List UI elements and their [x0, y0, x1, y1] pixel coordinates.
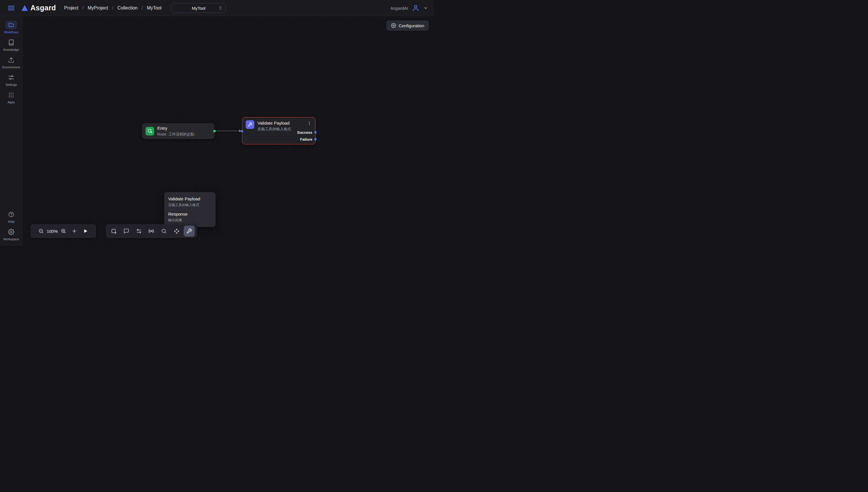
zoom-in-button[interactable]	[58, 226, 69, 237]
popup-item-title: Validate Payload	[168, 196, 212, 202]
zoom-out-button[interactable]	[35, 226, 47, 237]
account-name: AsgardAI	[390, 6, 408, 10]
folder-icon	[5, 21, 17, 29]
account-area: AsgardAI	[390, 0, 428, 16]
popup-item-response[interactable]: Response 輸出回應	[168, 210, 212, 224]
entry-node-texts: Entry Node: 工作流程的起點	[157, 125, 194, 137]
breadcrumb-myproject[interactable]: MyProject	[88, 5, 108, 10]
gear-icon	[391, 23, 396, 28]
node-validate-payload[interactable]: Validate Payload 定義工具的輸入格式 Success Failu…	[242, 117, 316, 144]
validate-input-handle[interactable]	[241, 130, 243, 132]
sidebar-item-settings[interactable]: Settings	[5, 73, 17, 87]
broadcast-icon[interactable]	[146, 226, 157, 237]
sidebar-item-label: Settings	[5, 83, 17, 87]
edge-entry-to-validate[interactable]	[213, 128, 243, 134]
sidebar-item-label: Help	[8, 220, 15, 223]
wrench-tool-icon[interactable]	[184, 226, 195, 237]
hamburger-menu-button[interactable]	[7, 4, 15, 12]
sidebar-item-label: Workflows	[4, 30, 19, 34]
grid-dots-icon	[5, 91, 17, 99]
sidebar-item-label: Knowledge	[3, 48, 19, 51]
chevron-down-icon[interactable]	[423, 5, 428, 10]
sliders-icon	[5, 73, 17, 82]
zoom-toolbar: 100%	[30, 224, 96, 238]
output-label-failure: Failure	[297, 136, 312, 143]
popup-item-subtitle: 定義工具的輸入格式	[168, 202, 212, 207]
validate-node-title: Validate Payload	[257, 120, 304, 126]
gear-icon	[5, 228, 17, 236]
wrench-icon	[246, 120, 254, 129]
add-node-icon[interactable]	[108, 226, 119, 237]
validate-node-texts: Validate Payload 定義工具的輸入格式	[257, 120, 304, 132]
validate-success-handle[interactable]	[314, 131, 317, 133]
run-button[interactable]	[80, 226, 91, 237]
validate-failure-handle[interactable]	[314, 138, 317, 140]
tool-select-dropdown[interactable]: MyTool	[171, 3, 226, 13]
sidebar-item-label: Apps	[7, 100, 15, 104]
swap-arrows-icon[interactable]	[133, 226, 144, 237]
breadcrumb: Project / MyProject / Collection / MyToo…	[64, 5, 161, 10]
topbar: Asgard Project / MyProject / Collection …	[0, 0, 434, 16]
tool-select-value: MyTool	[192, 6, 205, 10]
entry-node-subtitle: Node: 工作流程的起點	[157, 132, 194, 137]
configuration-button[interactable]: Configuration	[386, 20, 429, 31]
sidebar-item-workflows[interactable]: Workflows	[4, 21, 19, 34]
chevrons-up-down-icon	[218, 6, 223, 10]
node-picker-popup: Validate Payload 定義工具的輸入格式 Response 輸出回應	[164, 192, 216, 227]
zoom-level: 100%	[47, 229, 58, 233]
breadcrumb-project[interactable]: Project	[64, 5, 78, 10]
validate-node-subtitle: 定義工具的輸入格式	[257, 127, 304, 132]
sidebar: Workflows Knowledge Environment Settings…	[0, 16, 23, 246]
workflow-canvas[interactable]: Configuration Entry Node: 工作流程的起點 Valida…	[23, 16, 434, 246]
sidebar-item-environment[interactable]: Environment	[2, 56, 20, 69]
breadcrumb-collection[interactable]: Collection	[117, 5, 138, 10]
entry-node-title: Entry	[157, 125, 194, 131]
kebab-menu-button[interactable]	[307, 121, 312, 126]
sidebar-item-label: Environment	[2, 66, 20, 69]
sidebar-item-apps[interactable]: Apps	[5, 91, 17, 104]
entry-output-handle[interactable]	[213, 130, 216, 132]
breadcrumb-separator: /	[142, 5, 143, 10]
popup-item-validate-payload[interactable]: Validate Payload 定義工具的輸入格式	[168, 195, 212, 208]
popup-item-title: Response	[168, 211, 212, 217]
upload-icon	[5, 56, 17, 64]
comment-icon[interactable]	[121, 226, 132, 237]
sidebar-item-knowledge[interactable]: Knowledge	[3, 38, 19, 51]
node-entry[interactable]: Entry Node: 工作流程的起點	[142, 123, 215, 139]
breadcrumb-mytool[interactable]: MyTool	[147, 5, 162, 10]
tools-toolbar	[106, 224, 197, 238]
validate-node-outputs: Success Failure	[297, 129, 312, 143]
user-avatar-icon[interactable]	[412, 4, 419, 12]
add-button[interactable]	[69, 226, 80, 237]
output-label-success: Success	[297, 129, 312, 136]
breadcrumb-separator: /	[82, 5, 83, 10]
fit-view-icon[interactable]	[171, 226, 182, 237]
popup-item-subtitle: 輸出回應	[168, 218, 212, 223]
configuration-label: Configuration	[399, 23, 424, 28]
logo-triangle-icon	[21, 5, 28, 11]
breadcrumb-separator: /	[112, 5, 114, 10]
sidebar-item-workspace[interactable]: Workspace	[3, 228, 19, 241]
app-logo: Asgard	[21, 4, 56, 12]
search-icon[interactable]	[158, 226, 169, 237]
help-circle-icon	[5, 210, 17, 219]
sidebar-item-label: Workspace	[3, 238, 19, 241]
entry-node-icon	[146, 127, 154, 136]
book-icon	[5, 38, 17, 47]
logo-text: Asgard	[30, 4, 56, 12]
sidebar-item-help[interactable]: Help	[5, 210, 17, 223]
